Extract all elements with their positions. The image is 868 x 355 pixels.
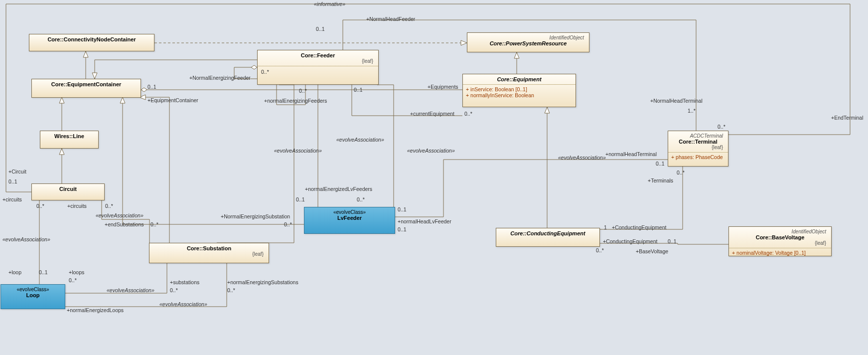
class-conducting-equipment[interactable]: Core::ConductingEquipment (496, 228, 600, 247)
label-mult: 0..* (36, 203, 44, 209)
label-normal-head-lvfeeder: +normalHeadLvFeeder (398, 218, 451, 224)
label-normal-energizing-feeders: +normalEnergizingFeeders (264, 98, 327, 104)
label-mult: 0..1 (668, 238, 677, 244)
label-normal-energizing-substations: +normalEnergizingSubstations (227, 279, 298, 285)
label-mult: 0..* (464, 111, 472, 117)
attr: + phases: PhaseCode (671, 154, 725, 160)
stereotype: IdentifiedObject (732, 229, 828, 234)
label-normal-head-terminal: +NormalHeadTerminal (650, 98, 703, 104)
label-substations: +substations (170, 279, 199, 285)
class-loop[interactable]: «evolveClass» Loop (0, 284, 65, 309)
label-mult: 0..* (69, 277, 77, 283)
class-title: Core::ConductingEquipment (510, 230, 585, 236)
label-base-voltage: +BaseVoltage (636, 248, 668, 254)
label-conducting-equipment2: +ConductingEquipment (603, 238, 657, 244)
class-title: Core::Substation (187, 245, 231, 251)
label-mult: 0..1 (147, 84, 156, 90)
class-power-system-resource[interactable]: IdentifiedObject Core::PowerSystemResour… (467, 32, 589, 52)
attr: + normallyInService: Boolean (466, 92, 573, 98)
class-equipment-container[interactable]: Core::EquipmentContainer (31, 79, 141, 98)
label-mult: 0..* (227, 287, 235, 293)
label-mult: 0..* (357, 196, 365, 202)
label-normal-head-terminal-lower: +normalHeadTerminal (605, 151, 657, 157)
class-title: Core::Equipment (497, 76, 541, 82)
label-evolve-assoc: «evolveAssociation» (96, 212, 144, 218)
class-title: Core::Feeder (301, 52, 335, 58)
class-leaf: {leaf} (152, 251, 266, 257)
class-title: Core::ConnectivityNodeContainer (47, 36, 136, 42)
stereotype: «evolveClass» (4, 287, 62, 292)
class-wires-line[interactable]: Wires::Line (40, 131, 99, 149)
class-leaf: {leaf} (671, 145, 725, 150)
label-end-terminal: +EndTerminal (831, 115, 864, 121)
class-connectivity-node-container[interactable]: Core::ConnectivityNodeContainer (29, 34, 154, 51)
label-current-equipment: +currentEquipment (410, 111, 454, 117)
class-title: Core::PowerSystemResource (490, 40, 567, 46)
label-mult: 0..* (284, 221, 292, 227)
label-mult: 1 (604, 224, 607, 230)
attr: + inService: Boolean [0..1] (466, 86, 573, 92)
edges-layer (0, 0, 868, 355)
class-title: Core::BaseVoltage (756, 234, 805, 240)
label-evolve-assoc: «evolveAssociation» (558, 155, 606, 161)
class-equipment[interactable]: Core::Equipment + inService: Boolean [0.… (462, 74, 576, 107)
label-evolve-assoc: «evolveAssociation» (107, 287, 154, 293)
label-mult: 0..1 (296, 196, 305, 202)
label-evolve-assoc: «evolveAssociation» (336, 137, 384, 143)
label-mult: 0..* (299, 88, 307, 94)
class-base-voltage[interactable]: IdentifiedObject Core::BaseVoltage {leaf… (728, 226, 832, 256)
stereotype: «evolveClass» (307, 209, 392, 215)
label-loops: +loops (69, 269, 84, 275)
class-title: Core::Terminal (679, 139, 717, 145)
class-terminal[interactable]: ACDCTerminal Core::Terminal {leaf} + pha… (668, 131, 728, 167)
class-leaf: {leaf} (261, 58, 375, 64)
label-mult: 0..1 (39, 269, 48, 275)
label-evolve-assoc: «evolveAssociation» (274, 148, 322, 154)
class-substation[interactable]: Core::Substation {leaf} (149, 243, 269, 263)
label-mult: 0..* (105, 203, 113, 209)
class-title: Circuit (59, 186, 77, 192)
class-leaf: {leaf} (732, 240, 828, 246)
label-mult: 0..1 (316, 26, 325, 32)
label-evolve-assoc: «evolveAssociation» (407, 148, 455, 154)
label-equipments: +Equipments (428, 84, 458, 90)
label-mult: 0..1 (656, 161, 665, 167)
label-mult: 0..1 (8, 178, 17, 184)
label-circuits2: +circuits (67, 203, 87, 209)
label-normal-energized-lvfeeders: +normalEnergizedLvFeeders (305, 186, 372, 192)
label-evolve-assoc: «evolveAssociation» (2, 236, 50, 242)
label-equipment-container: +EquipmentContainer (147, 97, 198, 103)
label-circuits: +circuits (2, 196, 22, 202)
label-circuit: +Circuit (8, 169, 26, 175)
attr: + nominalVoltage: Voltage [0..1] (732, 250, 828, 256)
label-normal-head-feeder: +NormalHeadFeeder (366, 16, 415, 22)
label-mult: 0..* (150, 221, 158, 227)
label-mult: 0..* (261, 69, 269, 75)
label-mult: 0..* (677, 170, 685, 176)
label-normal-energizing-substation: +NormalEnergizingSubstation (221, 213, 290, 219)
stereotype: IdentifiedObject (470, 35, 586, 40)
class-feeder[interactable]: Core::Feeder {leaf} (257, 50, 379, 85)
label-mult: 0..1 (398, 206, 407, 212)
class-title: LvFeeder (337, 215, 362, 221)
stereotype: ACDCTerminal (671, 133, 725, 139)
label-normal-energizing-feeder: +NormalEnergizingFeeder (189, 75, 251, 81)
label-mult: 0..* (170, 287, 178, 293)
label-mult: 1..* (688, 108, 696, 114)
label-evolve-assoc: «evolveAssociation» (159, 301, 207, 307)
label-mult: 0..1 (354, 87, 363, 93)
label-terminals: +Terminals (648, 178, 673, 183)
class-title: Loop (26, 292, 40, 298)
label-informative: «informative» (314, 1, 345, 7)
label-mult: 0..* (596, 247, 604, 253)
label-mult: 0..1 (398, 226, 407, 232)
class-title: Wires::Line (54, 133, 84, 139)
label-loop: +loop (8, 269, 21, 275)
class-circuit[interactable]: Circuit (31, 183, 105, 200)
class-title: Core::EquipmentContainer (51, 81, 122, 87)
label-mult: 0..* (718, 124, 725, 130)
label-normal-energized-loops: +normalEnergizedLoops (67, 307, 124, 313)
label-end-substations: +endSubstations (105, 221, 144, 227)
class-lvfeeder[interactable]: «evolveClass» LvFeeder (304, 207, 395, 234)
label-conducting-equipment: +ConductingEquipment (612, 224, 666, 230)
